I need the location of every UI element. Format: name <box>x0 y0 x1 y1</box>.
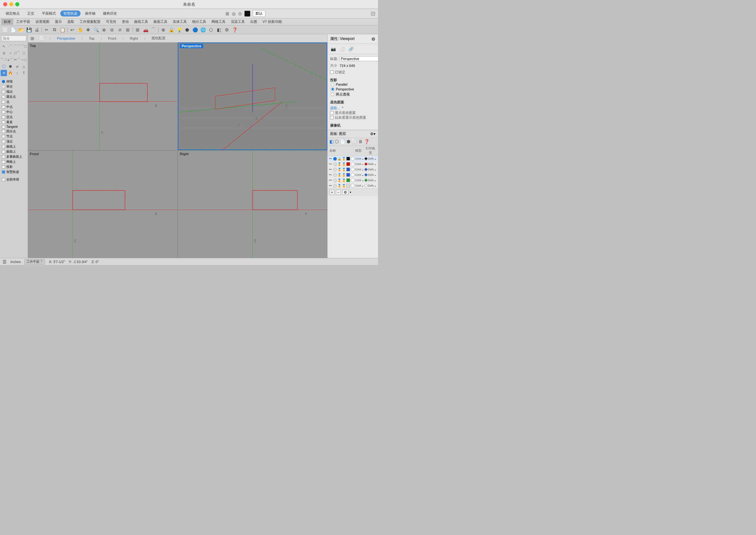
osnap-oncurve-check[interactable] <box>2 145 5 148</box>
hamburger-icon[interactable]: ☰ <box>3 259 7 264</box>
tab-solid-tools[interactable]: 实体工具 <box>170 19 189 25</box>
osnap-allstop[interactable]: 全部停用 <box>2 177 26 182</box>
vp-tab-icon-single[interactable]: ⬜ <box>39 36 45 41</box>
tab-viewport-config[interactable]: 工作视窗配置 <box>77 19 103 25</box>
orthographic-button[interactable]: 正交 <box>24 11 38 16</box>
layer-pw-arrow-0[interactable]: ⌄ <box>374 157 377 160</box>
undo-icon[interactable]: ↩ <box>68 26 76 33</box>
layer-arrow-3[interactable]: ⌄ <box>362 173 364 177</box>
cone-tool[interactable]: △ <box>21 63 27 70</box>
layer-lock-4[interactable]: 🏅 <box>338 178 341 182</box>
layer-material-0[interactable]: 🏅 <box>342 157 346 160</box>
paste-icon[interactable]: 📋 <box>59 26 66 33</box>
layer-row-1[interactable]: ••• 🏅 🏅 Conti... ⌄ Defa... ⌄ <box>328 161 378 167</box>
layer-help-icon[interactable]: ❓ <box>364 139 369 144</box>
link-icon[interactable]: 🔗 <box>348 46 354 52</box>
maximize-button[interactable] <box>15 2 19 6</box>
osnap-persistent[interactable]: 持续 <box>2 79 26 84</box>
add-layer-button[interactable]: + <box>330 190 335 195</box>
vp-tab-icon-grid[interactable]: ⊞ <box>30 36 34 41</box>
tab-print[interactable]: 出图 <box>248 19 260 25</box>
vp-tab-top[interactable]: Top <box>88 36 96 41</box>
layer-visible-2[interactable] <box>333 168 337 171</box>
layer-arrow-2[interactable]: ⌄ <box>362 168 364 171</box>
layer-row-4[interactable]: ••• 🏅 🏅 Conti... ⌄ Defa... ⌄ <box>328 178 378 183</box>
osnap-vertex[interactable]: 顶点 <box>2 139 26 144</box>
expand-button[interactable]: ⊟ <box>371 10 375 17</box>
layer-printwidth-0[interactable] <box>364 157 367 160</box>
box-tool[interactable]: ⬡ <box>1 63 7 70</box>
layer-row-2[interactable]: ••• 🏅 🏅 Conti... ⌄ Defa... ⌄ <box>328 167 378 172</box>
viewport-right[interactable]: Right <box>178 151 327 258</box>
layer-visible-5[interactable] <box>333 184 337 187</box>
sphere-tool[interactable]: ⬢ <box>7 63 14 70</box>
lock-grid-button[interactable]: 锁定格点 <box>3 11 23 16</box>
layer-visible-3[interactable] <box>333 173 337 177</box>
tab-mesh-tools[interactable]: 网格工具 <box>209 19 228 25</box>
osnap-intersect-check[interactable] <box>2 116 5 119</box>
layer-circle-4[interactable] <box>351 178 355 182</box>
tab-standard[interactable]: 标准 <box>1 19 13 25</box>
locked-checkbox[interactable] <box>330 70 334 74</box>
layer-material-5[interactable]: 🏅 <box>342 184 346 187</box>
zoom-icon[interactable]: 🔍 <box>92 26 100 33</box>
zoom-out-icon[interactable]: ⊖ <box>108 26 116 33</box>
osnap-onpolysurface-check[interactable] <box>2 155 5 158</box>
pan-icon[interactable]: ✋ <box>76 26 84 33</box>
osnap-knot-check[interactable] <box>2 135 5 138</box>
osnap-project[interactable]: 投影 <box>2 165 26 169</box>
layer-row-0[interactable]: ••• 🔒 🏅 Conti... ⌄ Defa... ⌄ <box>328 156 378 161</box>
default-field[interactable]: 默认 <box>253 10 265 17</box>
zoom-in-icon[interactable]: ⊕ <box>100 26 108 33</box>
dimension-tool[interactable]: ↕ <box>14 70 20 76</box>
layer-circle-5[interactable] <box>351 184 355 187</box>
save-icon[interactable]: 💾 <box>25 26 33 33</box>
radio-parallel[interactable]: Parallel <box>331 82 375 86</box>
multi-tool[interactable]: ⌒⌒ <box>14 43 20 49</box>
osnap-onsurface[interactable]: 曲面上 <box>2 150 26 154</box>
radio-parallel-dot[interactable] <box>331 83 334 86</box>
osnap-point[interactable]: 点 <box>2 99 26 104</box>
remove-layer-button[interactable]: − <box>336 190 341 195</box>
osnap-midpoint[interactable]: 中点 <box>2 105 26 109</box>
osnap-onpolysurface[interactable]: 多重曲面上 <box>2 155 26 159</box>
tab-setview[interactable]: 设置视图 <box>33 19 52 25</box>
osnap-perpendicular[interactable]: 垂直 <box>2 120 26 125</box>
workplane-button[interactable]: 工作平面 ⌃ <box>24 259 45 265</box>
osnap-quad-check[interactable] <box>2 130 5 133</box>
render-icon[interactable]: 🔵 <box>191 26 199 33</box>
layer-more-4[interactable]: ••• <box>329 179 333 182</box>
layer-arrow-5[interactable]: ⌄ <box>362 184 364 187</box>
fillet-tool[interactable]: ⌒↗ <box>1 56 7 63</box>
viewport-perspective[interactable]: Perspective <box>178 42 327 150</box>
zoom-all-icon[interactable]: ⊞ <box>124 26 132 33</box>
point-tool[interactable]: ·⌒ <box>7 43 14 49</box>
osnap-onmesh-check[interactable] <box>2 160 5 163</box>
tab-v7-new[interactable]: V7 的新功能 <box>260 19 284 25</box>
text-tool[interactable]: T <box>21 70 27 76</box>
cylinder-tool[interactable]: ⌀ <box>14 63 20 70</box>
layer-visible-4[interactable] <box>333 179 337 182</box>
blend-tool[interactable]: ↙⌒ <box>7 56 14 63</box>
material-icon[interactable]: ⬟ <box>183 26 191 33</box>
tab-visibility[interactable]: 可见性 <box>103 19 119 25</box>
layer-color-3[interactable] <box>346 173 350 177</box>
command-input[interactable] <box>1 36 26 41</box>
new-icon[interactable]: 📄 <box>9 26 17 33</box>
viewport-top[interactable]: Top <box>28 42 177 150</box>
layers-icon[interactable]: ◧ <box>215 26 223 33</box>
offset-tool[interactable]: ↔□ <box>21 56 27 63</box>
build-history-button[interactable]: 建构历史 <box>100 11 120 16</box>
osnap-quad[interactable]: 四分点 <box>2 129 26 134</box>
layer-material-2[interactable]: 🏅 <box>342 168 346 171</box>
layer-stack-icon[interactable]: ◧ <box>330 139 334 144</box>
tab-select[interactable]: 选取 <box>65 19 77 25</box>
layer-page-icon[interactable]: 📄 <box>340 139 345 144</box>
layer-arrow-1[interactable]: ⌄ <box>362 162 364 166</box>
trim-tool[interactable]: ✂⌒ <box>14 56 20 63</box>
tab-sub-tools[interactable]: 细分工具 <box>190 19 209 25</box>
mesh-icon[interactable]: ⬡ <box>207 26 215 33</box>
select-arrow[interactable]: ⌃ <box>341 106 344 110</box>
osnap-tangent[interactable]: Tangent <box>2 125 26 128</box>
osnap-endpoint[interactable]: 端点 <box>2 90 26 94</box>
